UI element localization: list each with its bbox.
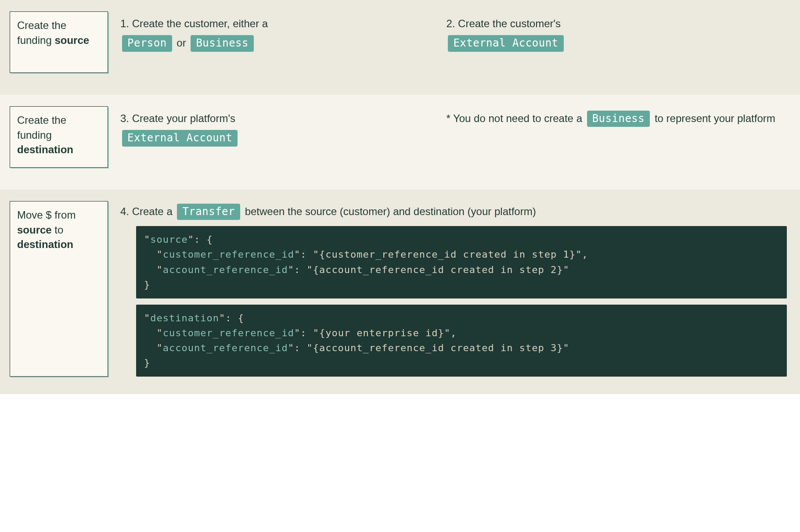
step-3-text: 3. Create your platform's: [120, 109, 433, 128]
step-3: 3. Create your platform's External Accou…: [120, 109, 433, 168]
card-funding-destination: Create the funding destination: [10, 106, 108, 168]
note-pre: * You do not need to create a: [446, 112, 582, 124]
step-2: 2. Create the customer's External Accoun…: [446, 14, 790, 73]
step-4-post: between the source (customer) and destin…: [242, 205, 536, 217]
card-funding-source: Create the funding source: [10, 11, 108, 73]
step-2-text: 2. Create the customer's: [446, 14, 790, 33]
code-block-destination: "destination": { "customer_reference_id"…: [136, 305, 787, 377]
card-text-bold: source: [54, 34, 89, 46]
pill-person: Person: [122, 35, 172, 51]
section-funding-destination: Create the funding destination 3. Create…: [0, 95, 800, 190]
row1-content: 1. Create the customer, either a Person …: [120, 11, 790, 73]
pill-transfer: Transfer: [177, 204, 240, 220]
section-funding-source: Create the funding source 1. Create the …: [0, 0, 800, 95]
step-1: 1. Create the customer, either a Person …: [120, 14, 433, 73]
pill-external-account: External Account: [122, 130, 238, 146]
card-bold-source: source: [17, 224, 52, 236]
row2-content: 3. Create your platform's External Accou…: [120, 106, 790, 168]
card-text: Create the funding: [17, 114, 66, 141]
pill-external-account: External Account: [448, 35, 563, 51]
step-1-or: or: [174, 37, 189, 49]
note-post: to represent your platform: [652, 112, 775, 124]
row3-content: 4. Create a Transfer between the source …: [120, 201, 790, 377]
step-4: 4. Create a Transfer between the source …: [120, 204, 790, 220]
step-4-pre: 4. Create a: [120, 205, 175, 217]
card-text-bold: destination: [17, 144, 73, 155]
pill-business: Business: [191, 35, 254, 51]
card-mid: to: [52, 224, 64, 236]
card-transfer: Move $ from source to destination: [10, 201, 108, 377]
pill-business: Business: [587, 111, 650, 127]
section-transfer: Move $ from source to destination 4. Cre…: [0, 190, 800, 394]
code-block-source: "source": { "customer_reference_id": "{c…: [136, 226, 787, 298]
card-line1: Move $ from: [17, 209, 76, 221]
card-bold-destination: destination: [17, 238, 73, 250]
step-1-text: 1. Create the customer, either a: [120, 14, 433, 33]
step-note: * You do not need to create a Business t…: [446, 109, 790, 168]
